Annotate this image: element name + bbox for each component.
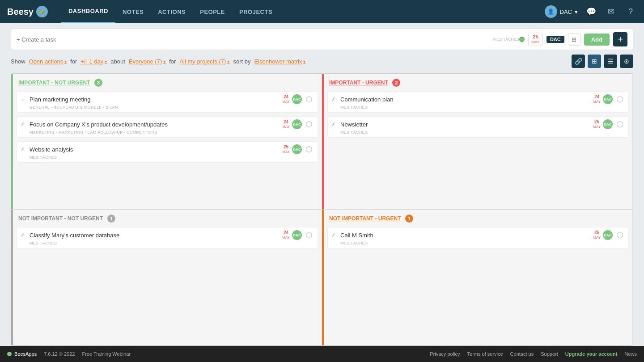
sort-filter[interactable]: Eisenhower matrix [254, 58, 305, 65]
task-meta: 24 MAY DAC ⬡ [282, 94, 314, 104]
task-sub: MES TÂCHES [340, 105, 625, 109]
task-meta: 25 MAY DAC ⬡ [593, 230, 625, 240]
logo-icon: 🐝 [36, 6, 48, 17]
footer-news[interactable]: News [624, 351, 637, 357]
task-item[interactable]: ✗ Communication plan 24 MAY DAC ⬡ MES TÂ… [327, 91, 629, 113]
task-avatar: DAC [292, 230, 302, 240]
nav-right: 👤 DAC ▾ 💬 ✉ ? [545, 5, 637, 18]
task-title: Classify Mary's customer database [30, 232, 280, 239]
task-sub: GENERAL · NOUVEAU BIG MODÈLE · BILAN [30, 105, 314, 109]
footer-upgrade[interactable]: Upgrade your account [565, 351, 618, 357]
task-item[interactable]: ☆ Plan marketing meeting 24 MAY DAC ⬡ GE… [17, 91, 318, 113]
task-checkbox[interactable]: ✗ [331, 232, 338, 238]
hex-icon: ⬡ [615, 230, 625, 240]
task-item[interactable]: ✗ Website analysis 25 MAY DAC ⬡ MES TÂCH… [17, 141, 318, 163]
task-date: 25 MAY [593, 119, 601, 129]
badge-top-left: 3 [94, 79, 102, 87]
task-avatar: DAC [292, 94, 302, 104]
period-filter[interactable]: +/- 1 day [80, 58, 107, 65]
assignee-tag[interactable]: DAC [547, 36, 564, 43]
nav-dashboard[interactable]: DASHBOARD [61, 0, 115, 23]
for1-label: for [70, 58, 77, 65]
task-create-bar: MES TÂCHES 25 MAY DAC ⊞ Add + [11, 29, 633, 50]
footer-brand: BeesApps [14, 351, 37, 357]
task-sublabel: MES TÂCHES [493, 37, 519, 42]
task-sub: MES TÂCHES [340, 130, 625, 135]
task-checkbox[interactable]: ☆ [21, 96, 27, 102]
footer: BeesApps 7.6.12 © 2022 Free Training Web… [0, 346, 644, 362]
task-item[interactable]: ✗ Call M Smith 25 MAY DAC ⬡ MES TÂCHES [327, 227, 629, 248]
user-menu[interactable]: 👤 DAC ▾ [545, 5, 578, 18]
task-checkbox[interactable]: ✗ [21, 232, 27, 238]
sort-label: sort by [233, 58, 250, 65]
footer-version: 7.6.12 © 2022 [44, 351, 75, 357]
nav-actions[interactable]: ACTIONS [151, 0, 193, 23]
task-date: 24 MAY [282, 230, 290, 240]
show-label: Show [11, 58, 25, 65]
mail-icon[interactable]: ✉ [605, 5, 617, 18]
task-meta: 25 MAY DAC ⬡ [593, 119, 625, 129]
navbar: Beesy 🐝 DASHBOARD NOTES ACTIONS PEOPLE P… [0, 0, 644, 23]
task-title: Plan marketing meeting [30, 96, 280, 103]
status-dot[interactable] [519, 37, 525, 42]
footer-terms[interactable]: Terms of service [467, 351, 503, 357]
badge-top-right: 2 [392, 79, 400, 87]
eisenhower-matrix: IMPORTANT - NOT URGENT 3 ☆ Plan marketin… [11, 73, 633, 346]
date-num: 25 [531, 34, 540, 40]
plus-button[interactable]: + [613, 32, 627, 46]
hex-icon: ⬡ [304, 119, 314, 129]
task-meta: 25 MAY DAC ⬡ [282, 144, 314, 154]
people-filter[interactable]: Everyone (7) [129, 58, 165, 65]
quadrant-not-important-urgent: NOT IMPORTANT - URGENT 1 ✗ Call M Smith … [322, 210, 633, 345]
quadrant-title-bottom-left[interactable]: NOT IMPORTANT - NOT URGENT [18, 215, 103, 222]
task-meta: 24 MAY DAC ⬡ [593, 94, 625, 104]
about-label: about [110, 58, 125, 65]
quadrant-title-top-right[interactable]: IMPORTANT - URGENT [329, 80, 388, 86]
help-icon[interactable]: ? [624, 5, 637, 18]
task-item[interactable]: ✗ Focus on Company X's product developme… [17, 116, 318, 138]
hex-icon: ⬡ [304, 144, 314, 154]
date-selector[interactable]: 25 MAY [528, 33, 543, 46]
footer-support[interactable]: Support [541, 351, 558, 357]
list-view-btn[interactable]: ☰ [604, 55, 617, 68]
nav-notes[interactable]: NOTES [115, 0, 151, 23]
quadrant-not-important-not-urgent: NOT IMPORTANT - NOT URGENT 1 ✗ Classify … [11, 210, 322, 345]
calendar-view-btn[interactable]: ⊛ [620, 55, 633, 68]
actions-filter[interactable]: Open actions [29, 58, 67, 65]
footer-privacy[interactable]: Privacy policy [430, 351, 460, 357]
quadrant-header-top-right: IMPORTANT - URGENT 2 [324, 74, 632, 89]
grid-toggle-icon[interactable]: ⊞ [568, 33, 580, 46]
task-avatar: DAC [603, 119, 613, 129]
task-checkbox[interactable]: ✗ [331, 121, 338, 127]
task-item[interactable]: ✗ Classify Mary's customer database 24 M… [17, 227, 318, 248]
projects-filter[interactable]: All my projects (7) [179, 58, 229, 65]
user-avatar: 👤 [545, 5, 557, 18]
grid-view-btn[interactable]: ⊞ [588, 55, 601, 68]
task-input[interactable] [17, 36, 491, 43]
chat-icon[interactable]: 💬 [585, 5, 597, 18]
task-item[interactable]: ✗ Newsletter 25 MAY DAC ⬡ MES TÂCHES [327, 116, 629, 138]
footer-dot [7, 352, 12, 356]
footer-logo: BeesApps [7, 351, 37, 357]
task-avatar: DAC [292, 144, 302, 154]
task-meta: 24 MAY DAC ⬡ [282, 230, 314, 240]
nav-people[interactable]: PEOPLE [193, 0, 232, 23]
task-avatar: DAC [603, 230, 613, 240]
task-checkbox[interactable]: ✗ [21, 121, 27, 127]
logo[interactable]: Beesy 🐝 [7, 6, 48, 17]
task-sub: MES TÂCHES [340, 241, 625, 245]
quadrant-header-bottom-left: NOT IMPORTANT - NOT URGENT 1 [13, 210, 322, 225]
quadrant-title-bottom-right[interactable]: NOT IMPORTANT - URGENT [329, 215, 401, 222]
task-title: Call M Smith [340, 232, 590, 239]
task-date: 25 MAY [593, 230, 601, 240]
task-checkbox[interactable]: ✗ [331, 96, 338, 102]
task-title: Website analysis [30, 146, 280, 153]
link-view-btn[interactable]: 🔗 [572, 55, 585, 68]
quadrant-important-not-urgent: IMPORTANT - NOT URGENT 3 ☆ Plan marketin… [11, 74, 322, 210]
quadrant-header-bottom-right: NOT IMPORTANT - URGENT 1 [324, 210, 632, 225]
task-checkbox[interactable]: ✗ [21, 146, 27, 152]
add-button[interactable]: Add [584, 34, 610, 46]
nav-projects[interactable]: PROJECTS [232, 0, 280, 23]
footer-contact[interactable]: Contact us [510, 351, 534, 357]
quadrant-title-top-left[interactable]: IMPORTANT - NOT URGENT [18, 80, 90, 86]
